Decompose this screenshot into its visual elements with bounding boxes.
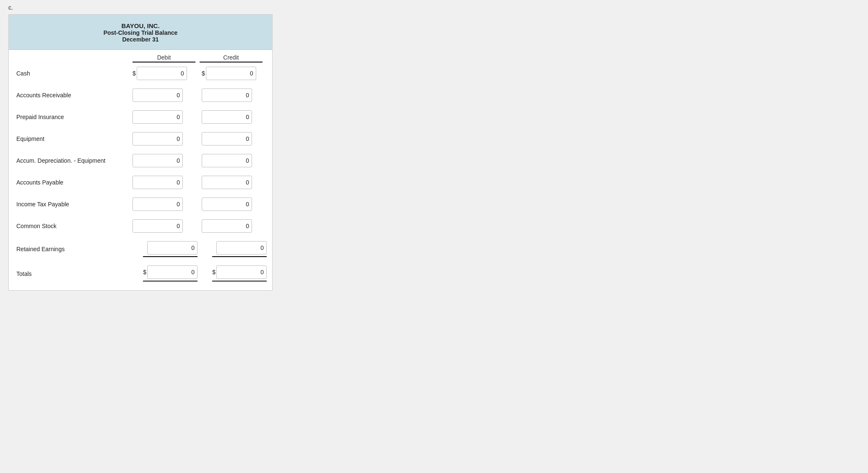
row-cash: Cash $ $ bbox=[9, 62, 272, 84]
totals-credit-group: $ bbox=[202, 265, 267, 282]
col-header-credit: Credit bbox=[198, 54, 265, 61]
row-label-income-tax-payable: Income Tax Payable bbox=[9, 201, 130, 208]
col-header-debit: Debit bbox=[130, 54, 198, 61]
row-credit-group-pi bbox=[202, 110, 267, 124]
col-header-underlines bbox=[9, 61, 272, 62]
row-label-accum-depreciation: Accum. Depreciation. - Equipment bbox=[9, 157, 130, 164]
row-label-common-stock: Common Stock bbox=[9, 223, 130, 229]
row-credit-group-re bbox=[202, 241, 267, 257]
row-credit-group-eq bbox=[202, 132, 267, 146]
input-totals-credit[interactable] bbox=[216, 265, 267, 279]
dollar-sign-totals-credit: $ bbox=[212, 269, 216, 275]
input-credit-cash[interactable] bbox=[206, 67, 256, 80]
dollar-sign-debit-cash: $ bbox=[133, 70, 136, 77]
input-debit-ar[interactable] bbox=[133, 88, 183, 102]
input-credit-ap[interactable] bbox=[202, 176, 252, 189]
row-label-accounts-receivable: Accounts Receivable bbox=[9, 92, 130, 99]
row-credit-group-ad bbox=[202, 154, 267, 167]
col-headers: Debit Credit bbox=[9, 50, 272, 61]
row-credit-group-cs bbox=[202, 219, 267, 233]
row-debit-group-cs bbox=[133, 219, 198, 233]
input-debit-re[interactable] bbox=[147, 241, 198, 255]
input-credit-re[interactable] bbox=[216, 241, 267, 255]
input-debit-ap[interactable] bbox=[133, 176, 183, 189]
input-credit-ar[interactable] bbox=[202, 88, 252, 102]
input-debit-cash[interactable] bbox=[137, 67, 187, 80]
table-header: BAYOU, INC. Post-Closing Trial Balance D… bbox=[9, 15, 272, 50]
totals-row: Totals $ $ bbox=[9, 261, 272, 286]
input-debit-ad[interactable] bbox=[133, 154, 183, 167]
totals-debit-group: $ bbox=[133, 265, 198, 282]
row-income-tax-payable: Income Tax Payable bbox=[9, 193, 272, 215]
input-debit-eq[interactable] bbox=[133, 132, 183, 146]
row-label-equipment: Equipment bbox=[9, 135, 130, 142]
row-common-stock: Common Stock bbox=[9, 215, 272, 237]
row-debit-group-re bbox=[133, 241, 198, 257]
row-debit-group-ap bbox=[133, 176, 198, 189]
report-date: December 31 bbox=[13, 36, 268, 43]
row-label-retained-earnings: Retained Earnings bbox=[9, 246, 130, 252]
row-debit-group-itp bbox=[133, 198, 198, 211]
input-credit-itp[interactable] bbox=[202, 198, 252, 211]
row-debit-group-cash: $ bbox=[133, 67, 198, 80]
row-retained-earnings: Retained Earnings bbox=[9, 237, 272, 261]
row-debit-group-pi bbox=[133, 110, 198, 124]
row-accounts-payable: Accounts Payable bbox=[9, 172, 272, 193]
table-wrapper: BAYOU, INC. Post-Closing Trial Balance D… bbox=[8, 14, 273, 291]
row-label-prepaid-insurance: Prepaid Insurance bbox=[9, 114, 130, 120]
report-title: Post-Closing Trial Balance bbox=[13, 29, 268, 36]
input-credit-eq[interactable] bbox=[202, 132, 252, 146]
row-equipment: Equipment bbox=[9, 128, 272, 150]
dollar-sign-credit-cash: $ bbox=[202, 70, 205, 77]
totals-label: Totals bbox=[9, 270, 130, 277]
input-credit-pi[interactable] bbox=[202, 110, 252, 124]
row-label-cash: Cash bbox=[9, 70, 130, 77]
row-accum-depreciation: Accum. Depreciation. - Equipment bbox=[9, 150, 272, 172]
row-label-accounts-payable: Accounts Payable bbox=[9, 179, 130, 186]
input-debit-pi[interactable] bbox=[133, 110, 183, 124]
row-credit-group-itp bbox=[202, 198, 267, 211]
row-prepaid-insurance: Prepaid Insurance bbox=[9, 106, 272, 128]
input-credit-cs[interactable] bbox=[202, 219, 252, 233]
input-debit-itp[interactable] bbox=[133, 198, 183, 211]
row-accounts-receivable: Accounts Receivable bbox=[9, 84, 272, 106]
company-name: BAYOU, INC. bbox=[13, 22, 268, 29]
row-credit-group-ap bbox=[202, 176, 267, 189]
row-debit-group-ar bbox=[133, 88, 198, 102]
page-label: c. bbox=[8, 4, 860, 11]
input-totals-debit[interactable] bbox=[147, 265, 198, 279]
row-debit-group-ad bbox=[133, 154, 198, 167]
input-credit-ad[interactable] bbox=[202, 154, 252, 167]
row-debit-group-eq bbox=[133, 132, 198, 146]
input-debit-cs[interactable] bbox=[133, 219, 183, 233]
row-credit-group-ar bbox=[202, 88, 267, 102]
row-credit-group-cash: $ bbox=[202, 67, 267, 80]
dollar-sign-totals-debit: $ bbox=[143, 269, 146, 275]
